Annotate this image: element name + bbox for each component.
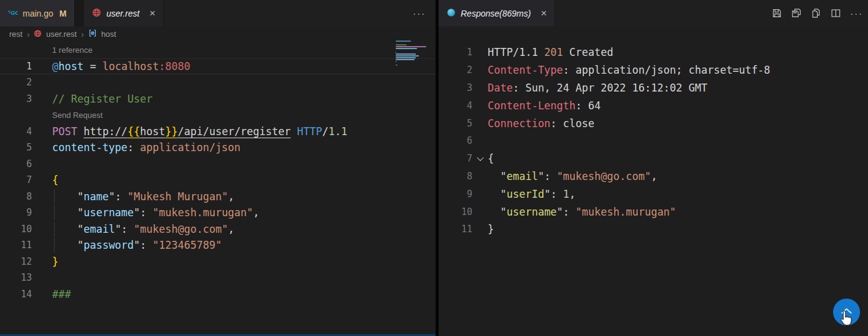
minimap-line	[396, 57, 416, 58]
code-line[interactable]: 10 "username": "mukesh.murugan"	[439, 203, 868, 221]
codelens-row[interactable]: 1 reference	[0, 42, 436, 58]
code-text: "name": "Mukesh Murugan",	[52, 190, 234, 203]
code-line[interactable]: 12}	[0, 254, 436, 270]
code-text: POST http://{{host}}/api/user/register H…	[52, 125, 347, 138]
code-line[interactable]: 3// Register User	[0, 91, 436, 107]
code-text: HTTP/1.1 201 Created	[488, 46, 613, 58]
send-request-link[interactable]: Send Request	[52, 111, 102, 120]
code-line[interactable]: 6	[0, 156, 436, 173]
response-file-icon	[447, 8, 456, 19]
codelens-row[interactable]: Send Request	[0, 107, 436, 123]
breadcrumb-item-rest[interactable]: rest	[9, 29, 23, 39]
tab-gap	[75, 0, 84, 26]
save-icon[interactable]	[772, 8, 782, 18]
code-text: "username": "mukesh.murugan",	[52, 206, 259, 219]
code-line[interactable]: 11 "password": "123465789"	[0, 237, 436, 254]
svg-text:GO: GO	[11, 10, 18, 16]
minimap-line	[396, 55, 419, 57]
minimap-line	[396, 52, 396, 53]
code-line[interactable]: 14###	[0, 286, 436, 303]
breadcrumb-item-file[interactable]: user.rest	[46, 29, 77, 39]
modified-badge: M	[60, 9, 67, 18]
minimap-line	[396, 44, 407, 45]
line-number: 4	[0, 126, 32, 137]
copy-icon[interactable]	[811, 8, 821, 18]
code-text: Content-Type: application/json; charset=…	[488, 64, 770, 76]
code-line[interactable]: 1HTTP/1.1 201 Created	[439, 44, 868, 61]
line-number: 2	[439, 64, 472, 76]
split-editor-icon[interactable]	[831, 8, 841, 18]
line-number: 11	[439, 224, 472, 235]
code-line[interactable]: 2	[0, 74, 436, 91]
minimap[interactable]	[396, 41, 429, 66]
rest-globe-icon	[92, 8, 101, 19]
line-number: 9	[439, 189, 472, 200]
line-number: 14	[0, 289, 32, 300]
code-line[interactable]: 5Connection: close	[439, 114, 868, 132]
tab-label: user.rest	[106, 9, 139, 18]
line-number: 6	[439, 135, 472, 146]
code-line[interactable]: 1@host = localhost:8080	[0, 58, 436, 75]
code-line[interactable]: 6	[439, 132, 868, 150]
minimap-line	[396, 61, 396, 62]
line-number: 7	[439, 153, 472, 164]
request-code-area[interactable]: 1 reference1@host = localhost:808023// R…	[0, 42, 436, 334]
chevron-up-icon	[840, 307, 853, 318]
more-actions-icon[interactable]: ···	[850, 8, 863, 18]
minimap-line	[396, 42, 429, 44]
more-actions-icon[interactable]: ···	[413, 0, 426, 26]
code-line[interactable]: 5content-type: application/json	[0, 139, 436, 156]
code-line[interactable]: 11}	[439, 221, 868, 238]
line-number: 3	[439, 82, 472, 93]
tab-label: main.go	[23, 9, 53, 18]
tab-user-rest[interactable]: user.rest ×	[84, 0, 164, 26]
code-line[interactable]: 9 "username": "mukesh.murugan",	[0, 205, 436, 221]
minimap-line	[396, 63, 429, 64]
minimap-line	[396, 46, 426, 47]
code-line[interactable]: 7{	[0, 172, 436, 189]
code-line[interactable]: 2Content-Type: application/json; charset…	[439, 61, 868, 79]
code-line[interactable]: 8 "name": "Mukesh Murugan",	[0, 189, 436, 205]
rest-globe-icon	[34, 29, 42, 39]
scroll-to-top-button[interactable]	[833, 299, 860, 326]
tab-label: Response(869ms)	[461, 9, 531, 18]
minimap-line	[396, 50, 429, 51]
minimap-line	[396, 64, 398, 66]
close-icon[interactable]: ×	[540, 8, 547, 18]
minimap-line	[396, 48, 417, 49]
line-number: 10	[439, 206, 472, 217]
code-line[interactable]: 9 "userId": 1,	[439, 185, 868, 203]
editor-actions: ···	[772, 0, 863, 26]
go-icon: GO	[8, 7, 18, 19]
code-text: }	[488, 223, 494, 235]
right-tab-bar: Response(869ms) ×	[439, 0, 868, 26]
line-number: 5	[439, 118, 472, 129]
symbol-host-icon	[88, 29, 97, 39]
line-number: 8	[439, 171, 472, 182]
code-line[interactable]: 3Date: Sun, 24 Apr 2022 16:12:02 GMT	[439, 79, 868, 97]
code-line[interactable]: 4Content-Length: 64	[439, 96, 868, 114]
code-line[interactable]: 7{	[439, 150, 868, 168]
response-code-area[interactable]: 1HTTP/1.1 201 Created2Content-Type: appl…	[439, 26, 868, 336]
close-icon[interactable]: ×	[149, 8, 155, 18]
references-codelens: 1 reference	[52, 45, 93, 55]
minimap-line	[396, 53, 416, 55]
tab-response[interactable]: Response(869ms) ×	[439, 0, 555, 26]
line-number: 6	[0, 158, 32, 170]
code-text: Content-Length: 64	[488, 100, 601, 112]
save-all-icon[interactable]	[791, 8, 802, 18]
line-number: 13	[0, 272, 32, 283]
breadcrumb-item-symbol[interactable]: host	[101, 29, 117, 39]
code-line[interactable]: 4POST http://{{host}}/api/user/register …	[0, 123, 436, 140]
fold-chevron-icon[interactable]	[472, 156, 488, 161]
code-line[interactable]: 13	[0, 270, 436, 286]
tab-main-go[interactable]: GO main.go M	[0, 0, 75, 26]
chevron-right-icon: ›	[81, 29, 84, 39]
code-text: "username": "mukesh.murugan"	[488, 206, 676, 218]
code-text: // Register User	[52, 93, 153, 105]
code-text: {	[488, 152, 494, 165]
line-number: 1	[439, 47, 472, 58]
code-text: Connection: close	[488, 117, 594, 130]
code-line[interactable]: 10 "email": "mukesh@go.com",	[0, 221, 436, 238]
code-line[interactable]: 8 "email": "mukesh@go.com",	[439, 168, 868, 186]
